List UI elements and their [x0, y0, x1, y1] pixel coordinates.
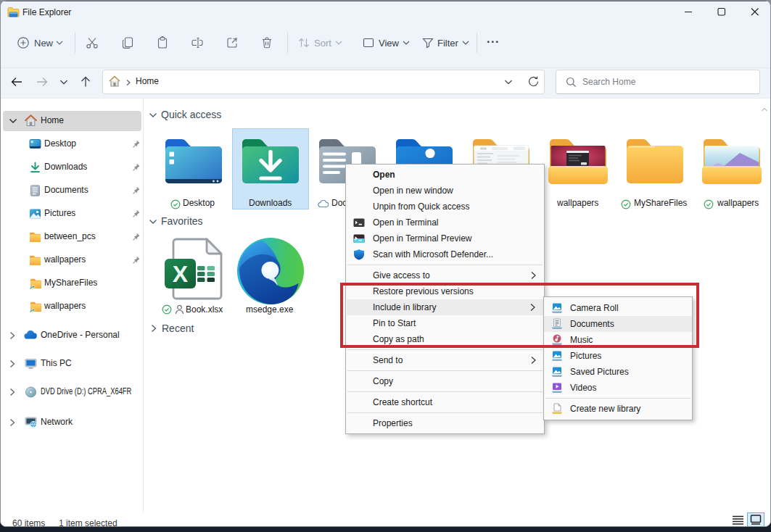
svg-text:X: X	[173, 261, 189, 287]
